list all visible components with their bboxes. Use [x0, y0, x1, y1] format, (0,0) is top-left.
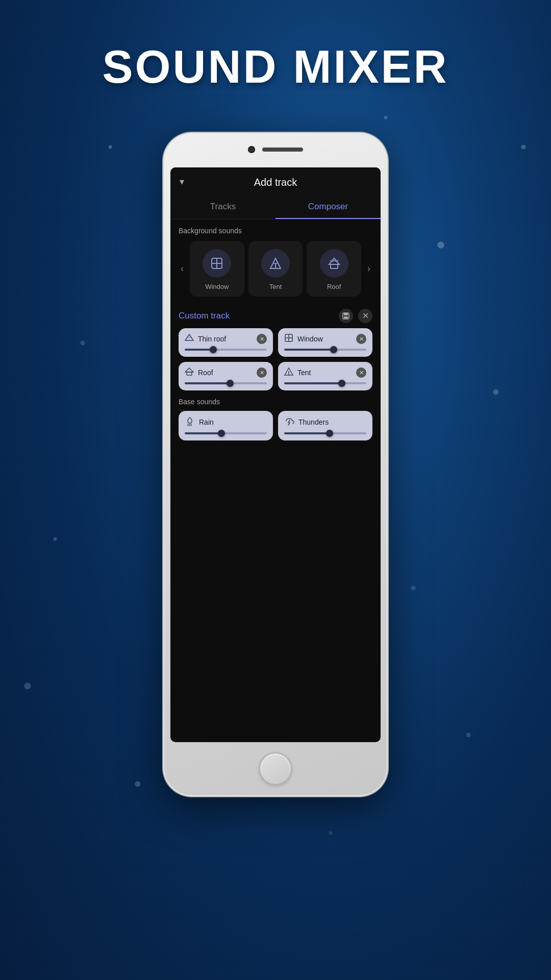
- track-grid: Thin roof ✕: [170, 328, 381, 390]
- svg-marker-6: [329, 258, 339, 264]
- tab-composer[interactable]: Composer: [276, 195, 381, 219]
- camera-dot: [248, 146, 255, 153]
- tabs-bar: Tracks Composer: [170, 195, 381, 219]
- thunders-name: Thunders: [298, 418, 329, 426]
- background-sounds-section: Background sounds ‹ Window: [170, 219, 381, 302]
- thin-roof-close-button[interactable]: ✕: [257, 334, 267, 344]
- rain-icon: [185, 416, 195, 428]
- home-button[interactable]: [259, 752, 292, 785]
- track-item-tent: Tent ✕: [278, 362, 372, 390]
- tab-tracks[interactable]: Tracks: [170, 195, 276, 219]
- rain-name: Rain: [199, 418, 214, 426]
- roof-label: Roof: [327, 283, 341, 290]
- base-item-rain: Rain: [179, 411, 273, 440]
- track-item-thin-roof: Thin roof ✕: [179, 328, 273, 357]
- base-sounds-section: Base sounds Rain: [170, 390, 381, 446]
- thin-roof-name: Thin roof: [198, 335, 226, 343]
- track-item-window: Window ✕: [278, 328, 372, 357]
- sound-card-roof[interactable]: Roof: [307, 241, 361, 297]
- window-track-name: Window: [297, 335, 323, 343]
- roof-track-name: Roof: [198, 369, 213, 377]
- window-icon: [203, 249, 231, 278]
- svg-marker-16: [185, 368, 193, 372]
- sound-card-tent[interactable]: Tent: [248, 241, 303, 297]
- base-sounds-grid: Rain: [179, 411, 372, 440]
- svg-line-21: [189, 424, 190, 426]
- tent-label: Tent: [269, 283, 282, 290]
- window-label: Window: [205, 283, 229, 290]
- thin-roof-slider[interactable]: [185, 349, 267, 351]
- page-title: SOUND MIXER: [0, 41, 551, 93]
- svg-rect-7: [331, 264, 338, 268]
- background-sounds-label: Background sounds: [179, 227, 372, 235]
- sound-cards-row: ‹ Window: [179, 241, 372, 297]
- chevron-down-icon[interactable]: ▾: [180, 176, 184, 187]
- svg-rect-17: [187, 372, 192, 375]
- prev-arrow-icon[interactable]: ‹: [179, 261, 186, 276]
- tent-icon: [261, 249, 290, 278]
- base-sounds-label: Base sounds: [179, 398, 372, 406]
- header-title: Add track: [254, 177, 297, 188]
- roof-slider[interactable]: [185, 382, 267, 384]
- svg-rect-9: [344, 313, 348, 315]
- save-track-button[interactable]: [339, 309, 353, 323]
- window-close-button[interactable]: ✕: [356, 334, 366, 344]
- custom-track-title: Custom track: [179, 311, 230, 321]
- tent-slider[interactable]: [284, 382, 366, 384]
- svg-line-20: [188, 424, 188, 426]
- app-header: ▾ Add track: [170, 167, 381, 195]
- window-track-icon: [284, 333, 293, 345]
- phone-frame: ▾ Add track Tracks Composer Background s…: [163, 133, 388, 796]
- close-track-button[interactable]: ✕: [358, 309, 372, 323]
- phone-top-bar: [248, 146, 303, 153]
- base-item-thunders: Thunders: [278, 411, 372, 440]
- sound-card-window[interactable]: Window: [190, 241, 244, 297]
- thunders-slider[interactable]: [284, 432, 366, 434]
- phone-screen: ▾ Add track Tracks Composer Background s…: [170, 167, 381, 742]
- svg-rect-10: [344, 316, 348, 318]
- custom-track-actions: ✕: [339, 309, 372, 323]
- speaker-bar: [262, 148, 303, 152]
- svg-line-22: [191, 424, 191, 426]
- thunders-icon: [284, 416, 294, 428]
- rain-slider[interactable]: [185, 432, 267, 434]
- tent-track-name: Tent: [297, 369, 311, 377]
- thin-roof-icon: [185, 333, 194, 345]
- tent-track-icon: [284, 367, 293, 378]
- window-slider[interactable]: [284, 349, 366, 351]
- sound-cards: Window Tent: [190, 241, 361, 297]
- tent-close-button[interactable]: ✕: [356, 368, 366, 378]
- roof-icon: [320, 249, 348, 278]
- roof-close-button[interactable]: ✕: [257, 368, 267, 378]
- roof-track-icon: [185, 367, 194, 378]
- track-item-roof: Roof ✕: [179, 362, 273, 390]
- next-arrow-icon[interactable]: ›: [365, 261, 372, 276]
- custom-track-header: Custom track ✕: [170, 302, 381, 328]
